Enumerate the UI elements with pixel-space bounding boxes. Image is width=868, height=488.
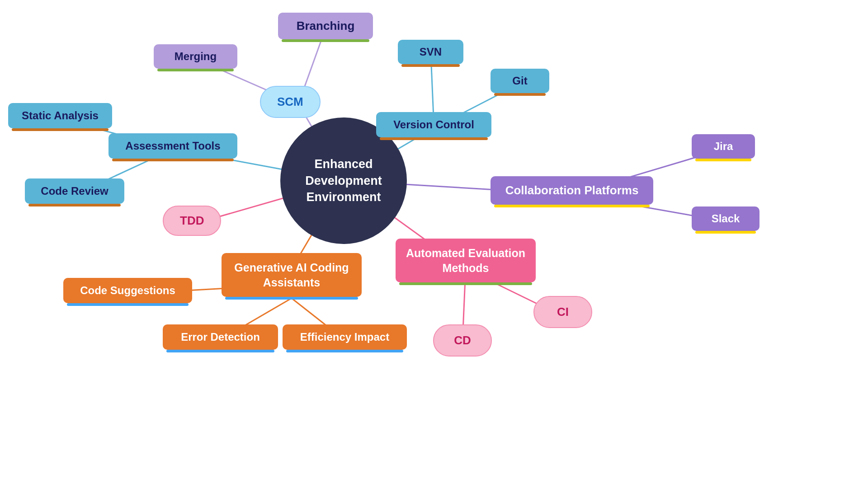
center-label: Enhanced Development Environment [280, 156, 407, 205]
static-analysis-node: Static Analysis [8, 103, 112, 128]
cd-label: CD [433, 324, 492, 357]
automated-eval-label: Automated EvaluationMethods [396, 239, 536, 282]
version-control-node: Version Control [376, 112, 491, 137]
code-review-label: Code Review [25, 178, 124, 204]
version-control-label: Version Control [376, 112, 491, 137]
cd-node: CD [433, 324, 492, 357]
scm-label: SCM [260, 86, 321, 118]
tdd-label: TDD [163, 206, 221, 236]
git-label: Git [491, 69, 549, 93]
code-suggestions-node: Code Suggestions [63, 278, 192, 303]
collaboration-platforms-label: Collaboration Platforms [491, 176, 653, 205]
jira-node: Jira [692, 134, 755, 159]
efficiency-impact-node: Efficiency Impact [283, 324, 407, 350]
ci-label: CI [533, 296, 592, 328]
error-detection-node: Error Detection [163, 324, 278, 350]
merging-node: Merging [154, 44, 237, 69]
scm-node: SCM [260, 86, 321, 118]
tdd-node: TDD [163, 206, 221, 236]
code-suggestions-label: Code Suggestions [63, 278, 192, 303]
branching-label: Branching [278, 13, 373, 39]
ci-node: CI [533, 296, 592, 328]
code-review-node: Code Review [25, 178, 124, 204]
svn-node: SVN [398, 40, 463, 64]
error-detection-label: Error Detection [163, 324, 278, 350]
slack-node: Slack [692, 206, 760, 231]
efficiency-impact-label: Efficiency Impact [283, 324, 407, 350]
collaboration-platforms-node: Collaboration Platforms [491, 176, 653, 205]
static-analysis-label: Static Analysis [8, 103, 112, 128]
generative-ai-node: Generative AI CodingAssistants [222, 253, 362, 297]
slack-label: Slack [692, 206, 760, 231]
automated-eval-node: Automated EvaluationMethods [396, 239, 536, 282]
merging-label: Merging [154, 44, 237, 69]
assessment-tools-node: Assessment Tools [108, 133, 237, 159]
jira-label: Jira [692, 134, 755, 159]
svn-label: SVN [398, 40, 463, 64]
assessment-tools-label: Assessment Tools [108, 133, 237, 159]
git-node: Git [491, 69, 549, 93]
generative-ai-label: Generative AI CodingAssistants [222, 253, 362, 297]
branching-node: Branching [278, 13, 373, 39]
